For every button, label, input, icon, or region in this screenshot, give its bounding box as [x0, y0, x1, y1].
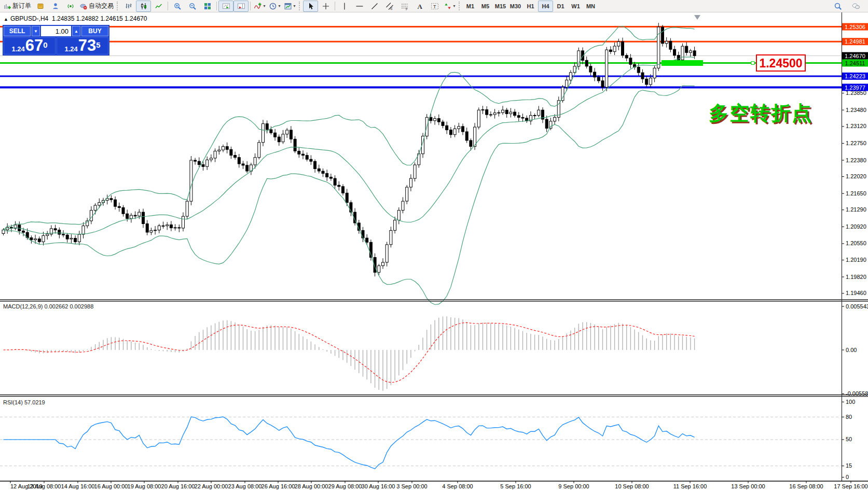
- text-label-icon: T: [431, 2, 439, 10]
- volume-input[interactable]: 1.00: [41, 26, 71, 36]
- text-label-button[interactable]: T: [427, 1, 442, 12]
- line-chart-icon: [155, 2, 163, 10]
- toolbar-grip[interactable]: [117, 2, 119, 10]
- tf-mn[interactable]: MN: [583, 1, 598, 12]
- text-button[interactable]: A: [412, 1, 427, 12]
- sell-price-prefix: 1.24: [11, 46, 24, 52]
- collapse-marker-icon[interactable]: ▲: [4, 17, 8, 22]
- tf-m15-label: M15: [495, 3, 506, 9]
- horizontal-line-button[interactable]: [352, 1, 367, 12]
- templates-button[interactable]: ▾: [282, 1, 297, 12]
- cursor-button[interactable]: [303, 1, 318, 12]
- macd-signal-value: 0.002988: [70, 303, 93, 310]
- fibonacci-icon: F: [401, 2, 409, 10]
- arrows-button[interactable]: ▾: [442, 1, 457, 12]
- tf-h4[interactable]: H4: [538, 1, 553, 12]
- buy-price-display[interactable]: 1.24 73 5: [57, 37, 108, 54]
- vertical-line-button[interactable]: [337, 1, 352, 12]
- toolbar-grip[interactable]: [299, 2, 301, 10]
- price-tag-label: 1.24511: [845, 60, 865, 66]
- toolbar-separator: [168, 2, 168, 10]
- price-tag-label: 1.24670: [845, 53, 865, 59]
- volume-decrease-button[interactable]: ▼: [32, 26, 40, 36]
- buy-button[interactable]: BUY: [81, 26, 108, 36]
- flag-anchor-handle[interactable]: [751, 62, 754, 65]
- volume-increase-button[interactable]: ▲: [72, 26, 80, 36]
- time-tick-label: 30 Aug 16:00: [362, 483, 395, 489]
- fibonacci-button[interactable]: F: [397, 1, 412, 12]
- zoom-out-button[interactable]: [185, 1, 200, 12]
- price-flag-text: 1.24500: [759, 57, 802, 70]
- axis-tick-label: 1.21290: [846, 206, 866, 213]
- signals-button[interactable]: [63, 1, 78, 12]
- chevron-down-icon[interactable]: ▾: [278, 4, 280, 8]
- trendline-button[interactable]: [367, 1, 382, 12]
- axis-tick-label: 1.22380: [846, 157, 866, 163]
- candlestick-icon: [140, 2, 148, 10]
- tf-m5[interactable]: M5: [478, 1, 493, 12]
- tile-windows-button[interactable]: [200, 1, 215, 12]
- crosshair-button[interactable]: [318, 1, 333, 12]
- chevron-down-icon[interactable]: ▾: [453, 4, 455, 8]
- toolbar: 新订单自动交易▾▾▾EFAT▾M1M5M15M30H1H4D1W1MN: [0, 0, 868, 12]
- tf-mn-label: MN: [586, 3, 595, 9]
- search-button[interactable]: [830, 1, 845, 12]
- axis-tick-label: 1.19820: [846, 274, 866, 280]
- chart-canvas[interactable]: 1.245001.249501.245901.242201.238501.234…: [0, 0, 868, 492]
- tf-m30-label: M30: [510, 3, 521, 9]
- tf-h1[interactable]: H1: [523, 1, 538, 12]
- zoom-in-icon: [173, 2, 182, 10]
- hline-icon: [355, 2, 364, 10]
- toolbar-grip[interactable]: [459, 2, 461, 10]
- chevron-down-icon[interactable]: ▾: [263, 4, 265, 8]
- book-icon: [36, 2, 45, 10]
- experts-button[interactable]: [48, 1, 63, 12]
- tf-h1-label: H1: [527, 3, 534, 9]
- market-watch-button[interactable]: [33, 1, 48, 12]
- indicators-button[interactable]: ▾: [252, 1, 267, 12]
- tf-w1[interactable]: W1: [568, 1, 583, 12]
- tf-m15[interactable]: M15: [493, 1, 508, 12]
- highlight-bar-object: [662, 60, 703, 66]
- feedback-button[interactable]: [848, 1, 863, 12]
- price-axis[interactable]: [842, 12, 868, 481]
- crosshair-icon: [322, 2, 330, 10]
- macd-indicator-label: MACD(12,26,9) 0.002662 0.002988: [3, 303, 93, 310]
- time-tick-label: 28 Aug 00:00: [295, 483, 328, 489]
- clock-icon: [269, 2, 277, 10]
- price-tag-label: 1.25306: [845, 24, 865, 30]
- axis-tick-label: 1.20550: [846, 240, 866, 246]
- sell-button[interactable]: SELL: [4, 26, 31, 36]
- tf-m5-label: M5: [481, 3, 489, 9]
- line-chart-button[interactable]: [151, 1, 166, 12]
- periods-button[interactable]: ▾: [267, 1, 282, 12]
- axis-tick-label: 1.22750: [846, 140, 866, 146]
- time-tick-label: 13 Aug 08:00: [27, 483, 61, 489]
- zoom-in-button[interactable]: [170, 1, 185, 12]
- candlestick-button[interactable]: [136, 1, 151, 12]
- channel-icon: E: [385, 2, 394, 10]
- new-order-button[interactable]: 新订单: [2, 1, 33, 12]
- sell-price-display[interactable]: 1.24 67 0: [4, 37, 56, 54]
- autotrading-button[interactable]: 自动交易: [78, 1, 115, 12]
- time-tick-label: 17 Sep 16:00: [834, 483, 867, 489]
- tf-m30[interactable]: M30: [508, 1, 523, 12]
- person-icon: [51, 2, 60, 10]
- indicators-icon: [254, 2, 262, 10]
- text-icon: A: [416, 2, 424, 10]
- templates-icon: [284, 2, 292, 10]
- svg-text:T: T: [433, 4, 436, 9]
- chevron-down-icon[interactable]: ▾: [293, 4, 295, 8]
- bar-chart-button[interactable]: [121, 1, 136, 12]
- time-tick-label: 5 Sep 16:00: [500, 483, 531, 489]
- signal-icon: [66, 2, 75, 10]
- tf-m1[interactable]: M1: [463, 1, 478, 12]
- time-tick-label: 3 Sep 00:00: [396, 483, 427, 489]
- channel-button[interactable]: E: [382, 1, 397, 12]
- auto-scroll-button[interactable]: [218, 1, 233, 12]
- autotrading-button-label: 自动交易: [89, 2, 114, 10]
- autotrading-icon: [79, 2, 88, 10]
- chart-shift-button[interactable]: [233, 1, 249, 12]
- time-tick-label: 26 Aug 16:00: [261, 483, 295, 489]
- tf-d1[interactable]: D1: [553, 1, 568, 12]
